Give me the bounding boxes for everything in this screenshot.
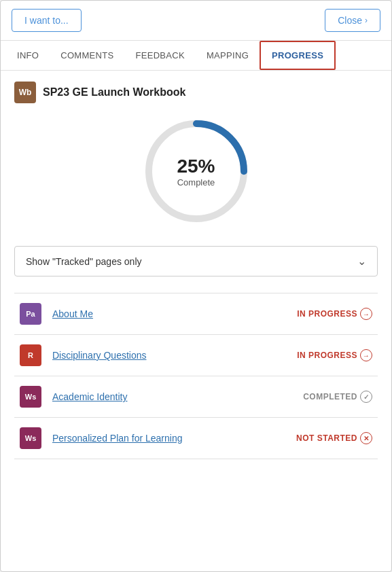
item-name-link[interactable]: About Me bbox=[52, 308, 93, 319]
item-name-link[interactable]: Disciplinary Questions bbox=[52, 350, 147, 361]
tab-feedback[interactable]: FEEDBACK bbox=[125, 41, 196, 70]
table-row: Ws Personalized Plan for Learning NOT ST… bbox=[14, 418, 378, 459]
row-status-cell: NOT STARTED bbox=[283, 418, 378, 459]
progress-circle: 25% Complete bbox=[142, 117, 251, 226]
row-name-cell: Disciplinary Questions bbox=[47, 335, 283, 376]
top-bar: I want to... Close › bbox=[1, 1, 391, 41]
tab-mapping[interactable]: MAPPING bbox=[196, 41, 260, 70]
row-name-cell: Academic Identity bbox=[47, 376, 283, 418]
tab-progress[interactable]: PROGRESS bbox=[260, 41, 336, 70]
row-status-cell: COMPLETED bbox=[283, 376, 378, 418]
item-icon: R bbox=[20, 344, 41, 366]
status-text: COMPLETED bbox=[303, 392, 357, 401]
row-status-cell: IN PROGRESS bbox=[283, 335, 378, 376]
progress-circle-container: 25% Complete bbox=[14, 117, 378, 226]
item-name-link[interactable]: Academic Identity bbox=[52, 391, 128, 402]
tab-info[interactable]: INFO bbox=[6, 41, 50, 70]
row-name-cell: About Me bbox=[47, 293, 283, 335]
status-icon bbox=[360, 432, 372, 444]
i-want-button[interactable]: I want to... bbox=[12, 9, 82, 32]
circle-label: Complete bbox=[177, 177, 215, 187]
item-icon: Ws bbox=[20, 386, 41, 408]
dropdown-label: Show "Tracked" pages only bbox=[26, 256, 142, 267]
status-text: IN PROGRESS bbox=[297, 309, 357, 319]
status-text: NOT STARTED bbox=[296, 433, 357, 443]
close-label: Close bbox=[338, 15, 362, 26]
tracked-pages-dropdown[interactable]: Show "Tracked" pages only ⌄ bbox=[14, 246, 378, 276]
circle-text: 25% Complete bbox=[177, 156, 215, 187]
item-name-link[interactable]: Personalized Plan for Learning bbox=[52, 433, 182, 444]
status-icon bbox=[360, 391, 372, 403]
row-icon-cell: Pa bbox=[14, 293, 47, 335]
row-icon-cell: R bbox=[14, 335, 47, 376]
close-button[interactable]: Close › bbox=[325, 9, 380, 32]
table-row: Ws Academic Identity COMPLETED bbox=[14, 376, 378, 418]
workbook-title: SP23 GE Launch Workbook bbox=[43, 86, 185, 99]
circle-percent: 25% bbox=[177, 156, 215, 177]
status-text: IN PROGRESS bbox=[297, 351, 357, 360]
workbook-icon: Wb bbox=[14, 82, 36, 103]
table-row: R Disciplinary Questions IN PROGRESS bbox=[14, 335, 378, 376]
row-icon-cell: Ws bbox=[14, 418, 47, 459]
tabs-bar: INFO COMMENTS FEEDBACK MAPPING PROGRESS bbox=[1, 41, 391, 71]
status-badge: IN PROGRESS bbox=[288, 308, 372, 320]
content-area: Wb SP23 GE Launch Workbook 25% Complete … bbox=[1, 71, 391, 571]
workbook-header: Wb SP23 GE Launch Workbook bbox=[14, 82, 378, 103]
main-panel: I want to... Close › INFO COMMENTS FEEDB… bbox=[0, 0, 392, 572]
dropdown-arrow-icon: ⌄ bbox=[357, 255, 366, 268]
status-badge: IN PROGRESS bbox=[288, 349, 372, 361]
table-row: Pa About Me IN PROGRESS bbox=[14, 293, 378, 335]
status-icon bbox=[360, 308, 372, 320]
row-status-cell: IN PROGRESS bbox=[283, 293, 378, 335]
close-chevron-icon: › bbox=[365, 16, 368, 25]
item-icon: Ws bbox=[20, 427, 41, 449]
row-name-cell: Personalized Plan for Learning bbox=[47, 418, 283, 459]
row-icon-cell: Ws bbox=[14, 376, 47, 418]
items-table: Pa About Me IN PROGRESS R bbox=[14, 293, 378, 459]
tab-comments[interactable]: COMMENTS bbox=[50, 41, 124, 70]
status-badge: COMPLETED bbox=[288, 391, 372, 403]
item-icon: Pa bbox=[20, 303, 41, 325]
status-badge: NOT STARTED bbox=[288, 432, 372, 444]
status-icon bbox=[360, 349, 372, 361]
